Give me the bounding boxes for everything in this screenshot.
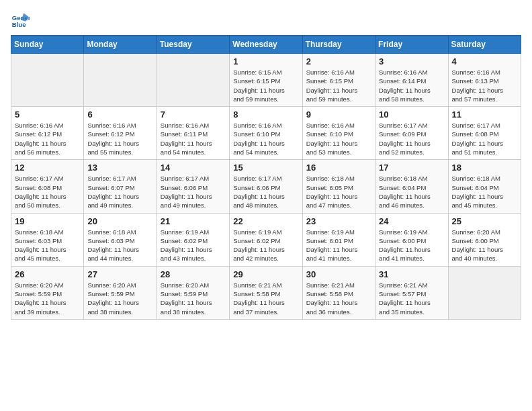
calendar-cell — [157, 54, 229, 107]
day-number: 29 — [233, 269, 298, 279]
logo: General Blue — [11, 11, 32, 30]
calendar-cell: 26Sunrise: 6:20 AM Sunset: 5:59 PM Dayli… — [11, 266, 84, 319]
calendar-week-5: 26Sunrise: 6:20 AM Sunset: 5:59 PM Dayli… — [11, 266, 521, 319]
day-number: 11 — [452, 109, 517, 120]
calendar-cell: 11Sunrise: 6:17 AM Sunset: 6:08 PM Dayli… — [448, 107, 521, 160]
day-number: 7 — [161, 109, 226, 120]
calendar-cell: 20Sunrise: 6:18 AM Sunset: 6:03 PM Dayli… — [84, 213, 157, 266]
day-number: 20 — [87, 216, 152, 226]
day-number: 16 — [306, 163, 371, 173]
calendar-cell: 27Sunrise: 6:20 AM Sunset: 5:59 PM Dayli… — [84, 266, 157, 319]
day-header-saturday: Saturday — [448, 36, 521, 54]
calendar-cell: 25Sunrise: 6:20 AM Sunset: 6:00 PM Dayli… — [448, 213, 521, 266]
day-number: 23 — [306, 216, 371, 226]
calendar-cell: 31Sunrise: 6:21 AM Sunset: 5:57 PM Dayli… — [375, 266, 448, 319]
calendar-cell: 24Sunrise: 6:19 AM Sunset: 6:00 PM Dayli… — [375, 213, 448, 266]
calendar-week-3: 12Sunrise: 6:17 AM Sunset: 6:08 PM Dayli… — [11, 160, 521, 213]
day-number: 13 — [87, 163, 152, 173]
calendar-cell: 21Sunrise: 6:19 AM Sunset: 6:02 PM Dayli… — [157, 213, 229, 266]
calendar-cell: 19Sunrise: 6:18 AM Sunset: 6:03 PM Dayli… — [11, 213, 84, 266]
day-number: 21 — [161, 216, 226, 226]
svg-text:Blue: Blue — [12, 21, 26, 28]
calendar-cell: 10Sunrise: 6:17 AM Sunset: 6:09 PM Dayli… — [375, 107, 448, 160]
day-number: 9 — [306, 109, 371, 120]
calendar-cell — [11, 54, 84, 107]
calendar-cell: 16Sunrise: 6:18 AM Sunset: 6:05 PM Dayli… — [302, 160, 375, 213]
day-number: 6 — [87, 109, 152, 120]
calendar-cell: 14Sunrise: 6:17 AM Sunset: 6:06 PM Dayli… — [157, 160, 229, 213]
day-info: Sunrise: 6:18 AM Sunset: 6:03 PM Dayligh… — [15, 228, 80, 263]
day-info: Sunrise: 6:17 AM Sunset: 6:09 PM Dayligh… — [379, 121, 444, 156]
day-info: Sunrise: 6:16 AM Sunset: 6:14 PM Dayligh… — [379, 68, 444, 103]
day-info: Sunrise: 6:21 AM Sunset: 5:58 PM Dayligh… — [306, 281, 371, 316]
day-info: Sunrise: 6:18 AM Sunset: 6:04 PM Dayligh… — [379, 174, 444, 210]
calendar-cell — [448, 266, 521, 319]
day-info: Sunrise: 6:17 AM Sunset: 6:07 PM Dayligh… — [87, 174, 152, 210]
day-header-friday: Friday — [375, 36, 448, 54]
day-info: Sunrise: 6:20 AM Sunset: 5:59 PM Dayligh… — [15, 281, 80, 316]
day-header-monday: Monday — [84, 36, 157, 54]
day-info: Sunrise: 6:20 AM Sunset: 6:00 PM Dayligh… — [452, 228, 517, 263]
day-info: Sunrise: 6:18 AM Sunset: 6:04 PM Dayligh… — [452, 174, 517, 210]
day-info: Sunrise: 6:17 AM Sunset: 6:06 PM Dayligh… — [233, 174, 298, 210]
calendar-cell: 1Sunrise: 6:15 AM Sunset: 6:15 PM Daylig… — [230, 54, 302, 107]
calendar-cell: 2Sunrise: 6:16 AM Sunset: 6:15 PM Daylig… — [302, 54, 375, 107]
day-number: 30 — [306, 269, 371, 279]
day-info: Sunrise: 6:19 AM Sunset: 6:00 PM Dayligh… — [379, 228, 444, 263]
day-info: Sunrise: 6:18 AM Sunset: 6:03 PM Dayligh… — [87, 228, 152, 263]
calendar-cell: 9Sunrise: 6:16 AM Sunset: 6:10 PM Daylig… — [302, 107, 375, 160]
day-number: 27 — [87, 269, 152, 279]
day-info: Sunrise: 6:19 AM Sunset: 6:02 PM Dayligh… — [233, 228, 298, 263]
day-number: 28 — [161, 269, 226, 279]
day-info: Sunrise: 6:21 AM Sunset: 5:57 PM Dayligh… — [379, 281, 444, 316]
day-number: 22 — [233, 216, 298, 226]
calendar-cell: 29Sunrise: 6:21 AM Sunset: 5:58 PM Dayli… — [230, 266, 302, 319]
day-info: Sunrise: 6:21 AM Sunset: 5:58 PM Dayligh… — [233, 281, 298, 316]
day-number: 18 — [452, 163, 517, 173]
calendar-cell: 3Sunrise: 6:16 AM Sunset: 6:14 PM Daylig… — [375, 54, 448, 107]
day-info: Sunrise: 6:17 AM Sunset: 6:08 PM Dayligh… — [15, 174, 80, 210]
day-number: 2 — [306, 56, 371, 66]
calendar-table: SundayMondayTuesdayWednesdayThursdayFrid… — [11, 35, 521, 320]
day-number: 14 — [161, 163, 226, 173]
calendar-cell: 6Sunrise: 6:16 AM Sunset: 6:12 PM Daylig… — [84, 107, 157, 160]
day-number: 31 — [379, 269, 444, 279]
calendar-cell: 22Sunrise: 6:19 AM Sunset: 6:02 PM Dayli… — [230, 213, 302, 266]
day-number: 10 — [379, 109, 444, 120]
calendar-cell: 12Sunrise: 6:17 AM Sunset: 6:08 PM Dayli… — [11, 160, 84, 213]
calendar-cell: 5Sunrise: 6:16 AM Sunset: 6:12 PM Daylig… — [11, 107, 84, 160]
calendar-cell: 15Sunrise: 6:17 AM Sunset: 6:06 PM Dayli… — [230, 160, 302, 213]
calendar-cell: 8Sunrise: 6:16 AM Sunset: 6:10 PM Daylig… — [230, 107, 302, 160]
day-number: 15 — [233, 163, 298, 173]
day-info: Sunrise: 6:17 AM Sunset: 6:06 PM Dayligh… — [161, 174, 226, 210]
day-info: Sunrise: 6:16 AM Sunset: 6:10 PM Dayligh… — [233, 121, 298, 156]
calendar-week-4: 19Sunrise: 6:18 AM Sunset: 6:03 PM Dayli… — [11, 213, 521, 266]
day-number: 25 — [452, 216, 517, 226]
day-info: Sunrise: 6:16 AM Sunset: 6:12 PM Dayligh… — [15, 121, 80, 156]
day-header-wednesday: Wednesday — [230, 36, 302, 54]
calendar-cell: 18Sunrise: 6:18 AM Sunset: 6:04 PM Dayli… — [448, 160, 521, 213]
day-number: 5 — [15, 109, 80, 120]
day-info: Sunrise: 6:16 AM Sunset: 6:15 PM Dayligh… — [306, 68, 371, 103]
calendar-cell — [84, 54, 157, 107]
day-info: Sunrise: 6:16 AM Sunset: 6:11 PM Dayligh… — [161, 121, 226, 156]
calendar-header-row: SundayMondayTuesdayWednesdayThursdayFrid… — [11, 36, 521, 54]
day-info: Sunrise: 6:17 AM Sunset: 6:08 PM Dayligh… — [452, 121, 517, 156]
day-info: Sunrise: 6:20 AM Sunset: 5:59 PM Dayligh… — [87, 281, 152, 316]
day-info: Sunrise: 6:19 AM Sunset: 6:01 PM Dayligh… — [306, 228, 371, 263]
day-number: 26 — [15, 269, 80, 279]
day-info: Sunrise: 6:20 AM Sunset: 5:59 PM Dayligh… — [161, 281, 226, 316]
page-header: General Blue — [11, 11, 521, 30]
day-header-tuesday: Tuesday — [157, 36, 229, 54]
day-number: 8 — [233, 109, 298, 120]
calendar-week-2: 5Sunrise: 6:16 AM Sunset: 6:12 PM Daylig… — [11, 107, 521, 160]
day-header-thursday: Thursday — [302, 36, 375, 54]
calendar-cell: 28Sunrise: 6:20 AM Sunset: 5:59 PM Dayli… — [157, 266, 229, 319]
day-info: Sunrise: 6:16 AM Sunset: 6:13 PM Dayligh… — [452, 68, 517, 103]
day-info: Sunrise: 6:15 AM Sunset: 6:15 PM Dayligh… — [233, 68, 298, 103]
calendar-week-1: 1Sunrise: 6:15 AM Sunset: 6:15 PM Daylig… — [11, 54, 521, 107]
day-number: 12 — [15, 163, 80, 173]
day-number: 24 — [379, 216, 444, 226]
calendar-cell: 17Sunrise: 6:18 AM Sunset: 6:04 PM Dayli… — [375, 160, 448, 213]
calendar-cell: 13Sunrise: 6:17 AM Sunset: 6:07 PM Dayli… — [84, 160, 157, 213]
